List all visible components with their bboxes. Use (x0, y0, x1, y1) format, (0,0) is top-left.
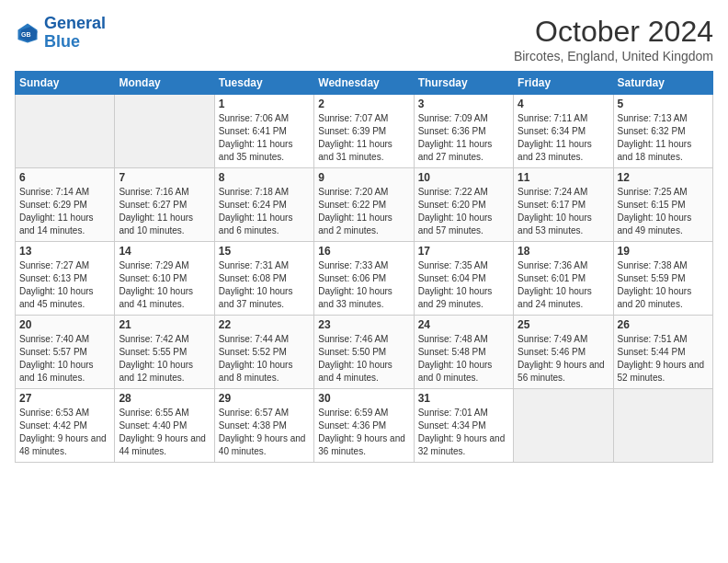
logo: GB General Blue (15, 15, 106, 52)
day-cell: 19Sunrise: 7:38 AMSunset: 5:59 PMDayligh… (613, 242, 712, 316)
day-detail: Sunrise: 7:42 AMSunset: 5:55 PMDaylight:… (119, 333, 210, 385)
day-detail: Sunrise: 7:18 AMSunset: 6:24 PMDaylight:… (219, 186, 310, 237)
week-row-3: 13Sunrise: 7:27 AMSunset: 6:13 PMDayligh… (16, 242, 713, 316)
day-number: 17 (418, 245, 509, 258)
day-detail: Sunrise: 7:01 AMSunset: 4:34 PMDaylight:… (418, 407, 509, 458)
day-cell (16, 95, 115, 168)
page-header: GB General Blue October 2024 Bircotes, E… (15, 15, 713, 63)
day-cell: 6Sunrise: 7:14 AMSunset: 6:29 PMDaylight… (16, 168, 115, 242)
day-number: 18 (518, 245, 609, 258)
location-title: Bircotes, England, United Kingdom (514, 49, 713, 63)
day-cell: 25Sunrise: 7:49 AMSunset: 5:46 PMDayligh… (514, 316, 613, 389)
day-cell (115, 95, 214, 168)
day-cell (514, 389, 613, 463)
day-detail: Sunrise: 7:24 AMSunset: 6:17 PMDaylight:… (518, 186, 609, 237)
day-cell: 3Sunrise: 7:09 AMSunset: 6:36 PMDaylight… (414, 95, 513, 168)
day-detail: Sunrise: 6:59 AMSunset: 4:36 PMDaylight:… (318, 407, 409, 458)
day-header-wednesday: Wednesday (314, 72, 414, 95)
day-number: 22 (219, 318, 310, 331)
day-detail: Sunrise: 7:07 AMSunset: 6:39 PMDaylight:… (318, 112, 409, 164)
day-number: 6 (19, 171, 110, 184)
week-row-5: 27Sunrise: 6:53 AMSunset: 4:42 PMDayligh… (16, 389, 713, 463)
day-cell: 27Sunrise: 6:53 AMSunset: 4:42 PMDayligh… (16, 389, 115, 463)
day-number: 21 (119, 318, 210, 331)
day-number: 25 (518, 318, 609, 331)
day-detail: Sunrise: 7:40 AMSunset: 5:57 PMDaylight:… (19, 333, 110, 385)
day-detail: Sunrise: 7:35 AMSunset: 6:04 PMDaylight:… (418, 259, 509, 311)
day-cell: 29Sunrise: 6:57 AMSunset: 4:38 PMDayligh… (214, 389, 313, 463)
day-number: 19 (618, 245, 709, 258)
day-detail: Sunrise: 7:31 AMSunset: 6:08 PMDaylight:… (219, 259, 310, 311)
day-detail: Sunrise: 7:14 AMSunset: 6:29 PMDaylight:… (19, 186, 110, 237)
day-detail: Sunrise: 6:57 AMSunset: 4:38 PMDaylight:… (219, 407, 310, 458)
day-detail: Sunrise: 7:51 AMSunset: 5:44 PMDaylight:… (618, 333, 709, 385)
day-detail: Sunrise: 7:29 AMSunset: 6:10 PMDaylight:… (119, 259, 210, 311)
day-header-tuesday: Tuesday (214, 72, 313, 95)
day-number: 5 (618, 98, 709, 110)
day-header-monday: Monday (115, 72, 214, 95)
day-cell: 13Sunrise: 7:27 AMSunset: 6:13 PMDayligh… (16, 242, 115, 316)
day-number: 16 (318, 245, 409, 258)
day-number: 31 (418, 392, 509, 405)
day-number: 30 (318, 392, 409, 405)
day-cell: 11Sunrise: 7:24 AMSunset: 6:17 PMDayligh… (514, 168, 613, 242)
day-detail: Sunrise: 7:27 AMSunset: 6:13 PMDaylight:… (19, 259, 110, 311)
day-detail: Sunrise: 7:46 AMSunset: 5:50 PMDaylight:… (318, 333, 409, 385)
day-number: 26 (618, 318, 709, 331)
title-block: October 2024 Bircotes, England, United K… (514, 15, 713, 63)
day-cell: 31Sunrise: 7:01 AMSunset: 4:34 PMDayligh… (414, 389, 513, 463)
day-number: 24 (418, 318, 509, 331)
day-detail: Sunrise: 6:53 AMSunset: 4:42 PMDaylight:… (19, 407, 110, 458)
week-row-1: 1Sunrise: 7:06 AMSunset: 6:41 PMDaylight… (16, 95, 713, 168)
day-cell: 23Sunrise: 7:46 AMSunset: 5:50 PMDayligh… (314, 316, 414, 389)
svg-text:GB: GB (21, 30, 31, 37)
day-number: 4 (518, 98, 609, 110)
day-number: 2 (318, 98, 409, 110)
day-number: 29 (219, 392, 310, 405)
logo-icon: GB (15, 20, 40, 46)
day-cell: 17Sunrise: 7:35 AMSunset: 6:04 PMDayligh… (414, 242, 513, 316)
day-cell: 10Sunrise: 7:22 AMSunset: 6:20 PMDayligh… (414, 168, 513, 242)
day-detail: Sunrise: 7:06 AMSunset: 6:41 PMDaylight:… (219, 112, 310, 164)
day-cell: 22Sunrise: 7:44 AMSunset: 5:52 PMDayligh… (214, 316, 313, 389)
day-number: 9 (318, 171, 409, 184)
day-cell: 16Sunrise: 7:33 AMSunset: 6:06 PMDayligh… (314, 242, 414, 316)
day-detail: Sunrise: 7:36 AMSunset: 6:01 PMDaylight:… (518, 259, 609, 311)
logo-general: General (44, 14, 106, 32)
day-cell: 28Sunrise: 6:55 AMSunset: 4:40 PMDayligh… (115, 389, 214, 463)
day-number: 15 (219, 245, 310, 258)
day-cell: 1Sunrise: 7:06 AMSunset: 6:41 PMDaylight… (214, 95, 313, 168)
day-cell: 4Sunrise: 7:11 AMSunset: 6:34 PMDaylight… (514, 95, 613, 168)
day-cell: 20Sunrise: 7:40 AMSunset: 5:57 PMDayligh… (16, 316, 115, 389)
week-row-4: 20Sunrise: 7:40 AMSunset: 5:57 PMDayligh… (16, 316, 713, 389)
day-detail: Sunrise: 7:44 AMSunset: 5:52 PMDaylight:… (219, 333, 310, 385)
day-cell: 14Sunrise: 7:29 AMSunset: 6:10 PMDayligh… (115, 242, 214, 316)
day-header-thursday: Thursday (414, 72, 513, 95)
calendar-table: SundayMondayTuesdayWednesdayThursdayFrid… (15, 71, 713, 463)
header-row: SundayMondayTuesdayWednesdayThursdayFrid… (16, 72, 713, 95)
day-number: 13 (19, 245, 110, 258)
day-number: 3 (418, 98, 509, 110)
day-number: 11 (518, 171, 609, 184)
day-detail: Sunrise: 7:16 AMSunset: 6:27 PMDaylight:… (119, 186, 210, 237)
day-cell: 24Sunrise: 7:48 AMSunset: 5:48 PMDayligh… (414, 316, 513, 389)
day-number: 27 (19, 392, 110, 405)
day-detail: Sunrise: 7:09 AMSunset: 6:36 PMDaylight:… (418, 112, 509, 164)
day-number: 10 (418, 171, 509, 184)
day-header-saturday: Saturday (613, 72, 712, 95)
day-cell: 18Sunrise: 7:36 AMSunset: 6:01 PMDayligh… (514, 242, 613, 316)
week-row-2: 6Sunrise: 7:14 AMSunset: 6:29 PMDaylight… (16, 168, 713, 242)
day-cell (613, 389, 712, 463)
day-cell: 12Sunrise: 7:25 AMSunset: 6:15 PMDayligh… (613, 168, 712, 242)
day-cell: 9Sunrise: 7:20 AMSunset: 6:22 PMDaylight… (314, 168, 414, 242)
day-number: 1 (219, 98, 310, 110)
day-cell: 26Sunrise: 7:51 AMSunset: 5:44 PMDayligh… (613, 316, 712, 389)
day-detail: Sunrise: 7:49 AMSunset: 5:46 PMDaylight:… (518, 333, 609, 385)
month-title: October 2024 (514, 15, 713, 49)
day-cell: 2Sunrise: 7:07 AMSunset: 6:39 PMDaylight… (314, 95, 414, 168)
day-header-friday: Friday (514, 72, 613, 95)
day-detail: Sunrise: 7:11 AMSunset: 6:34 PMDaylight:… (518, 112, 609, 164)
day-number: 28 (119, 392, 210, 405)
day-number: 14 (119, 245, 210, 258)
day-detail: Sunrise: 7:38 AMSunset: 5:59 PMDaylight:… (618, 259, 709, 311)
